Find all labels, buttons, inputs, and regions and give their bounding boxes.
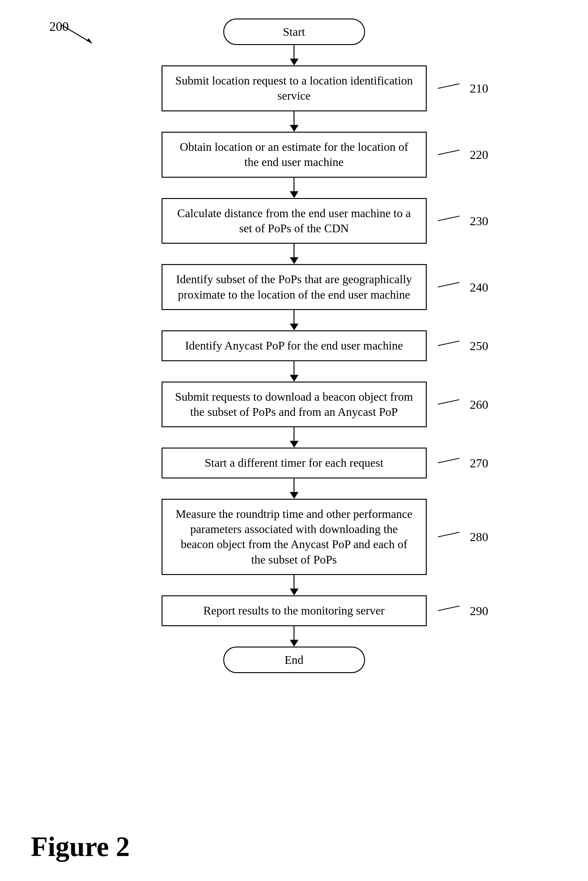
arrow-10 [285,626,303,647]
node-row-290: Report results to the monitoring server … [109,595,479,626]
ref-label-220: 220 [470,147,488,162]
node-250: Identify Anycast PoP for the end user ma… [162,330,427,361]
diagram-container: 200 Figure 2 Start Submit location reque… [0,0,588,881]
node-end: End [223,647,365,673]
svg-line-4 [438,150,459,155]
node-220: Obtain location or an estimate for the l… [162,132,427,178]
svg-line-7 [438,341,459,346]
ref-label-290: 290 [470,603,488,618]
arrow-6 [285,361,303,381]
svg-line-9 [438,458,459,463]
svg-line-10 [438,532,459,537]
node-row-start: Start [109,18,479,45]
node-start: Start [223,18,365,45]
node-row-280: Measure the roundtrip time and other per… [109,499,479,575]
svg-line-11 [438,606,459,611]
arrow-9 [285,575,303,595]
svg-line-3 [438,84,459,88]
arrow-5 [285,310,303,330]
node-230: Calculate distance from the end user mac… [162,198,427,244]
node-270: Start a different timer for each request [162,447,427,478]
node-row-210: Submit location request to a location id… [109,65,479,111]
arrow-3 [285,178,303,198]
figure-label: Figure 2 [31,831,130,863]
flowchart: Start Submit location request to a locat… [155,18,433,673]
ref-200-label: 200 [50,19,69,34]
ref-label-260: 260 [470,397,488,411]
ref-label-250: 250 [470,338,488,353]
node-row-end: End [109,647,479,673]
arrow-1 [285,45,303,65]
ref-label-280: 280 [470,530,488,544]
node-row-250: Identify Anycast PoP for the end user ma… [109,330,479,361]
ref-label-210: 210 [470,81,488,96]
node-210: Submit location request to a location id… [162,65,427,111]
svg-line-8 [438,400,459,404]
ref-label-270: 270 [470,456,488,470]
node-280: Measure the roundtrip time and other per… [162,499,427,575]
svg-marker-1 [86,38,92,43]
node-260: Submit requests to download a beacon obj… [162,381,427,428]
arrow-8 [285,479,303,499]
node-row-260: Submit requests to download a beacon obj… [109,381,479,428]
node-row-270: Start a different timer for each request… [109,447,479,478]
svg-line-6 [438,282,459,287]
ref-label-240: 240 [470,280,488,294]
arrow-4 [285,244,303,264]
node-row-240: Identify subset of the PoPs that are geo… [109,264,479,310]
node-240: Identify subset of the PoPs that are geo… [162,264,427,310]
ref-label-230: 230 [470,213,488,228]
svg-line-5 [438,216,459,221]
node-row-220: Obtain location or an estimate for the l… [109,132,479,178]
node-290: Report results to the monitoring server [162,595,427,626]
arrow-7 [285,427,303,447]
arrow-2 [285,111,303,132]
node-row-230: Calculate distance from the end user mac… [109,198,479,244]
